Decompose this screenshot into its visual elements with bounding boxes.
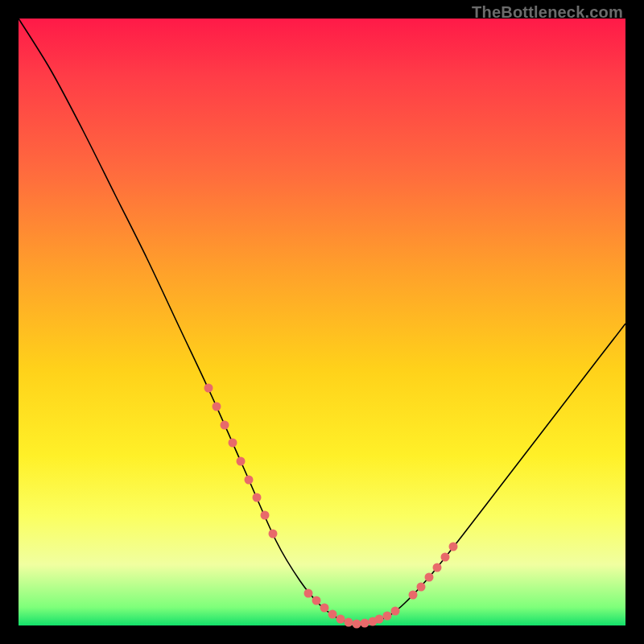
marker-dot [417,583,426,592]
bottleneck-curve [19,19,625,624]
marker-dot [237,457,246,466]
marker-dot [383,612,392,621]
marker-dot [204,384,213,393]
marker-dot [336,615,345,624]
marker-dot [328,610,337,619]
plot-area [19,19,625,625]
marker-dot [345,618,353,627]
marker-dot [409,591,418,600]
marker-dot [253,493,262,502]
marker-dot [229,439,237,448]
marker-dot [320,604,329,613]
marker-dot [269,530,278,539]
marker-dot [304,589,313,598]
marker-dot [361,619,369,628]
curve-svg [19,19,625,625]
marker-dot [391,607,400,616]
marker-dot [312,597,321,605]
marker-dot [449,543,458,551]
marker-dot [261,511,270,520]
marker-dot [245,476,254,485]
chart-stage: TheBottleneck.com [0,0,644,644]
marker-dot [375,615,384,624]
marker-dot [213,402,221,411]
marker-dot [433,564,442,572]
marker-dot [441,553,450,562]
marker-group [204,384,458,629]
marker-dot [425,573,434,582]
marker-dot [353,620,361,629]
marker-dot [221,421,229,430]
